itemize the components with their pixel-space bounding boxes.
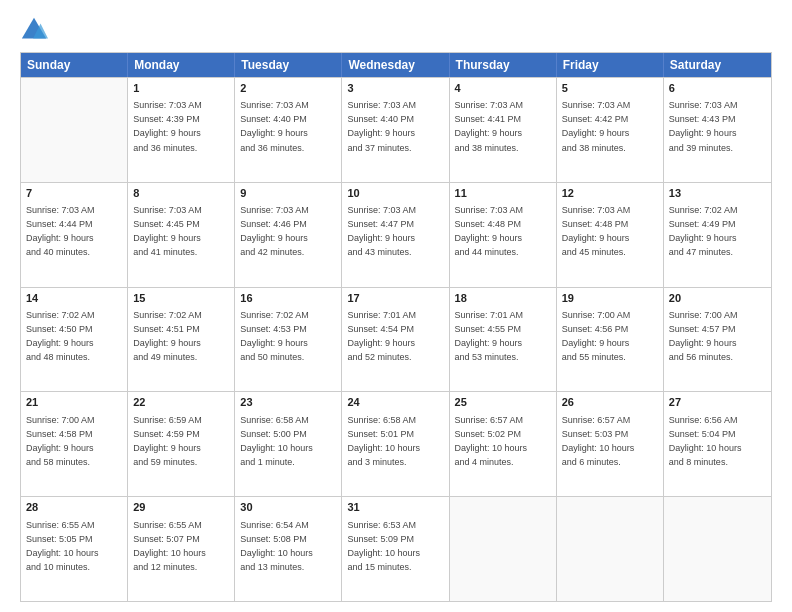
calendar-row-1: 7Sunrise: 7:03 AM Sunset: 4:44 PM Daylig… [21,182,771,287]
calendar-cell [557,497,664,601]
calendar-cell: 13Sunrise: 7:02 AM Sunset: 4:49 PM Dayli… [664,183,771,287]
day-info: Sunrise: 7:00 AM Sunset: 4:56 PM Dayligh… [562,310,631,362]
calendar-cell: 6Sunrise: 7:03 AM Sunset: 4:43 PM Daylig… [664,78,771,182]
day-number: 6 [669,81,766,96]
day-number: 2 [240,81,336,96]
calendar-row-3: 21Sunrise: 7:00 AM Sunset: 4:58 PM Dayli… [21,391,771,496]
day-number: 27 [669,395,766,410]
day-number: 21 [26,395,122,410]
day-info: Sunrise: 7:03 AM Sunset: 4:48 PM Dayligh… [455,205,524,257]
calendar-cell [21,78,128,182]
day-number: 14 [26,291,122,306]
day-header-friday: Friday [557,53,664,77]
header [20,16,772,44]
day-number: 20 [669,291,766,306]
calendar-cell: 2Sunrise: 7:03 AM Sunset: 4:40 PM Daylig… [235,78,342,182]
day-number: 24 [347,395,443,410]
calendar-cell: 31Sunrise: 6:53 AM Sunset: 5:09 PM Dayli… [342,497,449,601]
calendar-cell: 10Sunrise: 7:03 AM Sunset: 4:47 PM Dayli… [342,183,449,287]
day-number: 8 [133,186,229,201]
day-header-sunday: Sunday [21,53,128,77]
calendar-cell: 16Sunrise: 7:02 AM Sunset: 4:53 PM Dayli… [235,288,342,392]
calendar-cell: 27Sunrise: 6:56 AM Sunset: 5:04 PM Dayli… [664,392,771,496]
calendar: SundayMondayTuesdayWednesdayThursdayFrid… [20,52,772,602]
day-info: Sunrise: 6:58 AM Sunset: 5:00 PM Dayligh… [240,415,313,467]
day-info: Sunrise: 7:03 AM Sunset: 4:39 PM Dayligh… [133,100,202,152]
day-header-wednesday: Wednesday [342,53,449,77]
day-number: 3 [347,81,443,96]
day-info: Sunrise: 7:03 AM Sunset: 4:41 PM Dayligh… [455,100,524,152]
day-number: 1 [133,81,229,96]
day-info: Sunrise: 7:03 AM Sunset: 4:42 PM Dayligh… [562,100,631,152]
day-info: Sunrise: 6:57 AM Sunset: 5:03 PM Dayligh… [562,415,635,467]
day-header-thursday: Thursday [450,53,557,77]
day-number: 4 [455,81,551,96]
day-number: 16 [240,291,336,306]
day-number: 29 [133,500,229,515]
day-info: Sunrise: 7:03 AM Sunset: 4:48 PM Dayligh… [562,205,631,257]
calendar-cell: 26Sunrise: 6:57 AM Sunset: 5:03 PM Dayli… [557,392,664,496]
calendar-cell: 8Sunrise: 7:03 AM Sunset: 4:45 PM Daylig… [128,183,235,287]
calendar-cell: 17Sunrise: 7:01 AM Sunset: 4:54 PM Dayli… [342,288,449,392]
day-number: 18 [455,291,551,306]
calendar-row-4: 28Sunrise: 6:55 AM Sunset: 5:05 PM Dayli… [21,496,771,601]
calendar-cell: 29Sunrise: 6:55 AM Sunset: 5:07 PM Dayli… [128,497,235,601]
day-header-saturday: Saturday [664,53,771,77]
day-info: Sunrise: 6:58 AM Sunset: 5:01 PM Dayligh… [347,415,420,467]
calendar-cell: 20Sunrise: 7:00 AM Sunset: 4:57 PM Dayli… [664,288,771,392]
calendar-cell: 3Sunrise: 7:03 AM Sunset: 4:40 PM Daylig… [342,78,449,182]
calendar-row-2: 14Sunrise: 7:02 AM Sunset: 4:50 PM Dayli… [21,287,771,392]
day-info: Sunrise: 6:54 AM Sunset: 5:08 PM Dayligh… [240,520,313,572]
day-number: 12 [562,186,658,201]
calendar-cell: 19Sunrise: 7:00 AM Sunset: 4:56 PM Dayli… [557,288,664,392]
calendar-body: 1Sunrise: 7:03 AM Sunset: 4:39 PM Daylig… [21,77,771,601]
page: SundayMondayTuesdayWednesdayThursdayFrid… [0,0,792,612]
day-number: 15 [133,291,229,306]
day-info: Sunrise: 7:03 AM Sunset: 4:45 PM Dayligh… [133,205,202,257]
day-number: 7 [26,186,122,201]
calendar-cell: 5Sunrise: 7:03 AM Sunset: 4:42 PM Daylig… [557,78,664,182]
calendar-cell: 28Sunrise: 6:55 AM Sunset: 5:05 PM Dayli… [21,497,128,601]
day-info: Sunrise: 6:55 AM Sunset: 5:07 PM Dayligh… [133,520,206,572]
calendar-cell: 7Sunrise: 7:03 AM Sunset: 4:44 PM Daylig… [21,183,128,287]
day-number: 9 [240,186,336,201]
calendar-cell: 24Sunrise: 6:58 AM Sunset: 5:01 PM Dayli… [342,392,449,496]
day-info: Sunrise: 6:57 AM Sunset: 5:02 PM Dayligh… [455,415,528,467]
day-number: 23 [240,395,336,410]
calendar-cell [450,497,557,601]
day-info: Sunrise: 7:02 AM Sunset: 4:53 PM Dayligh… [240,310,309,362]
calendar-cell: 4Sunrise: 7:03 AM Sunset: 4:41 PM Daylig… [450,78,557,182]
calendar-cell [664,497,771,601]
day-number: 30 [240,500,336,515]
day-number: 10 [347,186,443,201]
calendar-cell: 30Sunrise: 6:54 AM Sunset: 5:08 PM Dayli… [235,497,342,601]
day-header-monday: Monday [128,53,235,77]
day-info: Sunrise: 7:01 AM Sunset: 4:55 PM Dayligh… [455,310,524,362]
day-header-tuesday: Tuesday [235,53,342,77]
calendar-cell: 11Sunrise: 7:03 AM Sunset: 4:48 PM Dayli… [450,183,557,287]
calendar-cell: 25Sunrise: 6:57 AM Sunset: 5:02 PM Dayli… [450,392,557,496]
day-info: Sunrise: 7:03 AM Sunset: 4:44 PM Dayligh… [26,205,95,257]
calendar-cell: 15Sunrise: 7:02 AM Sunset: 4:51 PM Dayli… [128,288,235,392]
day-info: Sunrise: 7:02 AM Sunset: 4:49 PM Dayligh… [669,205,738,257]
calendar-row-0: 1Sunrise: 7:03 AM Sunset: 4:39 PM Daylig… [21,77,771,182]
day-number: 25 [455,395,551,410]
calendar-cell: 23Sunrise: 6:58 AM Sunset: 5:00 PM Dayli… [235,392,342,496]
day-info: Sunrise: 7:02 AM Sunset: 4:50 PM Dayligh… [26,310,95,362]
day-info: Sunrise: 7:03 AM Sunset: 4:40 PM Dayligh… [347,100,416,152]
day-number: 11 [455,186,551,201]
calendar-cell: 22Sunrise: 6:59 AM Sunset: 4:59 PM Dayli… [128,392,235,496]
day-info: Sunrise: 7:02 AM Sunset: 4:51 PM Dayligh… [133,310,202,362]
day-info: Sunrise: 6:53 AM Sunset: 5:09 PM Dayligh… [347,520,420,572]
day-info: Sunrise: 7:00 AM Sunset: 4:57 PM Dayligh… [669,310,738,362]
day-number: 17 [347,291,443,306]
day-number: 19 [562,291,658,306]
calendar-cell: 12Sunrise: 7:03 AM Sunset: 4:48 PM Dayli… [557,183,664,287]
day-info: Sunrise: 6:55 AM Sunset: 5:05 PM Dayligh… [26,520,99,572]
day-number: 13 [669,186,766,201]
day-number: 26 [562,395,658,410]
day-info: Sunrise: 6:56 AM Sunset: 5:04 PM Dayligh… [669,415,742,467]
logo [20,16,54,44]
calendar-cell: 14Sunrise: 7:02 AM Sunset: 4:50 PM Dayli… [21,288,128,392]
calendar-cell: 21Sunrise: 7:00 AM Sunset: 4:58 PM Dayli… [21,392,128,496]
